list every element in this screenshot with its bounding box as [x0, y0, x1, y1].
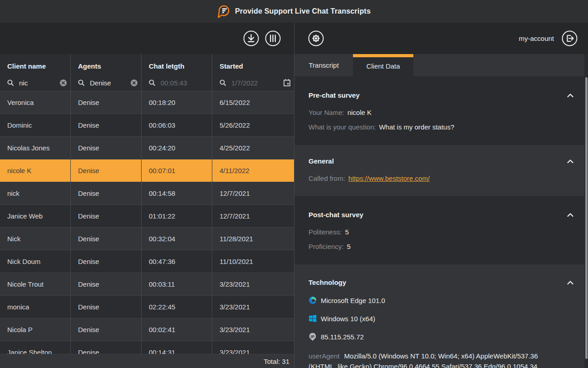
cell-chat-length[interactable]: 00:18:20: [141, 91, 212, 114]
filter-input[interactable]: nic: [19, 79, 54, 87]
cell-agent[interactable]: Denise: [70, 250, 141, 273]
cell-chat-length[interactable]: 00:07:01: [141, 159, 212, 182]
download-icon[interactable]: [243, 30, 259, 46]
detail-section: Technology Microsoft Edge 101.0 Windows …: [294, 264, 584, 368]
cell-chat-length[interactable]: 02:22:45: [141, 296, 212, 318]
clear-filter-icon[interactable]: [60, 80, 67, 86]
search-icon: [7, 80, 14, 86]
cell-started[interactable]: 12/7/2021: [212, 205, 294, 227]
cell-chat-length[interactable]: 00:24:20: [141, 137, 212, 159]
column-label[interactable]: Client name: [7, 62, 70, 70]
cell-client-name[interactable]: Dominic: [0, 114, 70, 136]
cell-agent[interactable]: Denise: [70, 296, 141, 318]
cell-chat-length[interactable]: 00:47:36: [141, 250, 212, 273]
field-row: Politeness:5: [309, 227, 574, 237]
chevron-up-icon[interactable]: [567, 280, 574, 285]
cell-client-name[interactable]: nick: [0, 182, 70, 204]
section-header: Post-chat survey: [309, 209, 574, 220]
cell-agent[interactable]: Denise: [70, 159, 141, 182]
chevron-up-icon[interactable]: [567, 159, 574, 164]
table-row[interactable]: Nicola P Denise 00:02:41 3/23/2021: [0, 318, 294, 341]
cell-started[interactable]: 3/23/2021: [212, 318, 294, 341]
cell-started[interactable]: 6/15/2022: [212, 91, 294, 114]
called-from-link[interactable]: https://www.beststore.com/: [348, 174, 430, 182]
table-row[interactable]: Nick Denise 00:32:04 11/28/2021: [0, 228, 294, 250]
cell-chat-length[interactable]: 00:32:04: [141, 228, 212, 250]
calendar-icon[interactable]: [283, 79, 291, 87]
cell-client-name[interactable]: monica: [0, 296, 70, 318]
cell-agent[interactable]: Denise: [70, 228, 141, 250]
table-row[interactable]: Nick Doum Denise 00:47:36 11/10/2021: [0, 250, 294, 273]
cell-started[interactable]: 3/23/2021: [212, 273, 294, 295]
cell-agent[interactable]: Denise: [70, 114, 141, 136]
table-row[interactable]: nicole K Denise 00:07:01 4/11/2022: [0, 159, 294, 182]
table-row[interactable]: Nicole Trout Denise 00:03:11 3/23/2021: [0, 273, 294, 296]
cell-agent[interactable]: Denise: [70, 182, 141, 204]
app-title: Provide Support Live Chat Transcripts: [235, 7, 371, 15]
cell-client-name[interactable]: nicole K: [0, 159, 70, 182]
gear-icon[interactable]: [308, 30, 324, 46]
filter-input[interactable]: 1/7/2022: [231, 79, 278, 87]
cell-started[interactable]: 12/7/2021: [212, 182, 294, 204]
field-row: Proficiency:5: [309, 242, 574, 252]
cell-client-name[interactable]: Nick Doum: [0, 250, 70, 273]
tab-transcript[interactable]: Transcript: [294, 54, 353, 76]
account-label[interactable]: my-account: [519, 35, 554, 42]
filter-input[interactable]: 00:05:43: [161, 79, 208, 87]
table-column-header: Agents Denise: [70, 54, 141, 91]
table-toolbar: [0, 23, 294, 54]
table-row[interactable]: Nicolas Jones Denise 00:24:20 4/25/2022: [0, 137, 294, 159]
column-filter: nic: [7, 77, 67, 88]
field-value: https://www.beststore.com/: [348, 174, 430, 182]
table-row[interactable]: Dominic Denise 00:06:03 5/26/2022: [0, 114, 294, 137]
cell-agent[interactable]: Denise: [70, 318, 141, 341]
table-column-header: Client name nic: [0, 54, 70, 91]
cell-agent[interactable]: Denise: [70, 137, 141, 159]
logout-icon[interactable]: [562, 30, 578, 46]
field-value: nicole K: [348, 109, 372, 116]
cell-agent[interactable]: Denise: [70, 205, 141, 227]
filter-input[interactable]: Denise: [90, 79, 125, 87]
cell-agent[interactable]: Denise: [70, 273, 141, 295]
table-row[interactable]: Janice Web Denise 01:01:22 12/7/2021: [0, 205, 294, 228]
section-items: Called from:https://www.beststore.com/: [309, 167, 574, 184]
cell-chat-length[interactable]: 00:03:11: [141, 273, 212, 295]
cell-started[interactable]: 4/11/2022: [212, 159, 294, 182]
cell-chat-length[interactable]: 00:14:58: [141, 182, 212, 204]
cell-client-name[interactable]: Nick: [0, 228, 70, 250]
section-title: Pre-chat survey: [309, 90, 360, 101]
detail-scrollbar-thumb[interactable]: [585, 77, 588, 359]
cell-started[interactable]: 4/25/2022: [212, 137, 294, 159]
column-label[interactable]: Chat letgth: [149, 62, 212, 70]
provide-support-logo-icon: [217, 5, 231, 19]
clear-filter-icon[interactable]: [131, 80, 137, 86]
cell-started[interactable]: 5/26/2022: [212, 114, 294, 136]
chevron-up-icon[interactable]: [567, 213, 574, 217]
detail-scrollbar-track[interactable]: [584, 54, 588, 368]
table-row[interactable]: Veronica Denise 00:18:20 6/15/2022: [0, 91, 294, 114]
user-agent-row: userAgentMozilla/5.0 (Windows NT 10.0; W…: [309, 349, 556, 368]
cell-client-name[interactable]: Nicole Trout: [0, 273, 70, 295]
section-header: General: [309, 156, 574, 167]
section-title: Post-chat survey: [309, 209, 363, 220]
search-icon: [149, 80, 155, 86]
cell-agent[interactable]: Denise: [70, 91, 141, 114]
field-value: 5: [345, 228, 348, 236]
cell-client-name[interactable]: Nicola P: [0, 318, 70, 341]
cell-started[interactable]: 3/23/2021: [212, 296, 294, 318]
table-row[interactable]: monica Denise 02:22:45 3/23/2021: [0, 296, 294, 318]
cell-client-name[interactable]: Veronica: [0, 91, 70, 114]
cell-chat-length[interactable]: 00:02:41: [141, 318, 212, 341]
chevron-up-icon[interactable]: [567, 93, 574, 98]
cell-chat-length[interactable]: 01:01:22: [141, 205, 212, 227]
column-label[interactable]: Agents: [78, 62, 141, 70]
cell-started[interactable]: 11/10/2021: [212, 250, 294, 273]
tech-value: Microsoft Edge 101.0: [321, 297, 385, 304]
cell-client-name[interactable]: Nicolas Jones: [0, 137, 70, 159]
cell-chat-length[interactable]: 00:06:03: [141, 114, 212, 136]
column-label[interactable]: Started: [220, 62, 294, 70]
table-row[interactable]: nick Denise 00:14:58 12/7/2021: [0, 182, 294, 205]
cell-client-name[interactable]: Janice Web: [0, 205, 70, 227]
cell-started[interactable]: 11/28/2021: [212, 228, 294, 250]
columns-icon[interactable]: [265, 30, 281, 46]
